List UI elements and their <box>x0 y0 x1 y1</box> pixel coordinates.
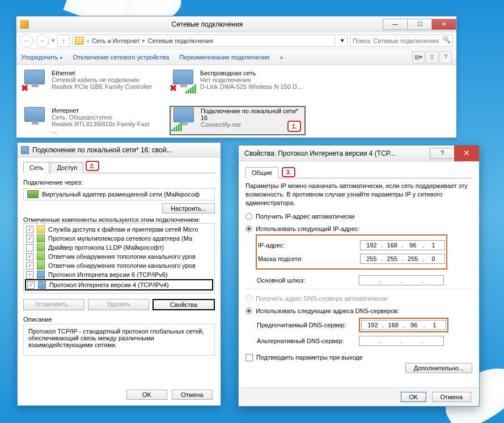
breadcrumb-item[interactable]: Сеть и Интернет <box>92 37 140 44</box>
description-text: Протокол TCP/IP - стандартный протокол г… <box>23 324 215 356</box>
connection-item-internet[interactable]: Интернет Сеть, Общедоступно Realtek RTL8… <box>21 106 157 135</box>
checkbox-icon <box>245 354 253 361</box>
tab-general[interactable]: Общие <box>245 167 278 178</box>
component-label: Служба доступа к файлам и принтерам сете… <box>48 226 198 233</box>
gateway-input[interactable]: . . . <box>359 275 444 285</box>
properties-button[interactable]: Свойства <box>153 299 215 310</box>
more-button[interactable]: » <box>280 54 283 61</box>
up-button[interactable]: ↑ <box>57 35 70 47</box>
tab-access[interactable]: Доступ <box>50 162 83 173</box>
dns1-input[interactable]: 192. 168. 96. 1 <box>361 320 446 330</box>
checkbox-icon[interactable]: ✓ <box>26 262 33 270</box>
close-button[interactable]: ✕ <box>431 19 456 30</box>
radio-icon <box>245 295 252 302</box>
ipv4-properties-window: Свойства: Протокол Интернета версии 4 (T… <box>238 145 480 407</box>
connection-status: Нет подключения <box>200 76 302 83</box>
components-label: Отмеченные компоненты используются этим … <box>23 216 215 223</box>
window-icon <box>21 146 29 154</box>
radio-ip-auto[interactable]: Получить IP-адрес автоматически <box>245 213 472 220</box>
tab-strip: Общие 3. <box>245 167 472 178</box>
component-item[interactable]: ✓Служба доступа к файлам и принтерам сет… <box>25 225 213 234</box>
component-icon <box>37 253 45 260</box>
rename-connection-button[interactable]: Переименование подключения <box>179 54 269 61</box>
radio-ip-manual[interactable]: Использовать следующий IP-адрес: <box>245 225 472 232</box>
component-item[interactable]: Драйвер протокола LLDP (Майкрософт) <box>25 243 213 252</box>
ip-address-label: IP-адрес: <box>258 242 360 249</box>
component-item[interactable]: ✓Протокол Интернета версии 6 (TCP/IPv6) <box>25 270 213 279</box>
ok-button[interactable]: OK <box>401 392 427 402</box>
connection-name: Интернет <box>52 107 156 114</box>
connection-name: Беспроводная сеть <box>200 70 302 76</box>
connection-device: Realtek RTL8139/810x Family Fast ... <box>52 121 156 134</box>
component-label: Ответчик обнаружения топологии канальног… <box>48 262 196 269</box>
window-title: Свойства: Протокол Интернета версии 4 (T… <box>244 149 430 157</box>
help-button[interactable]: ? <box>430 148 455 159</box>
window-title: Сетевые подключения <box>31 20 383 28</box>
ip-address-input[interactable]: 192. 168. 96. 1 <box>360 240 445 250</box>
component-icon <box>37 234 45 242</box>
component-label: Ответчик обнаружения топологии канальног… <box>48 253 196 260</box>
view-button[interactable]: ▤▾ <box>412 51 425 63</box>
connection-device: D-Link DWA-525 Wireless N 150 D... <box>200 83 302 90</box>
callout-3: 3. <box>282 167 295 177</box>
validate-checkbox-row[interactable]: Подтвердить параметры при выходе <box>245 354 472 361</box>
disable-device-button[interactable]: Отключение сетевого устройства <box>73 54 169 61</box>
cancel-button[interactable]: Отмена <box>172 390 213 400</box>
dns2-input[interactable]: . . . <box>359 336 444 346</box>
checkbox-icon[interactable]: ✓ <box>26 253 33 260</box>
component-label: Протокол мультиплексора сетевого адаптер… <box>48 235 192 242</box>
component-item[interactable]: ✓Ответчик обнаружения топологии канально… <box>25 252 213 261</box>
radio-icon <box>245 213 252 220</box>
network-connections-window: Сетевые подключения — ☐ ✕ ← → ▾ ↑ « Сеть… <box>16 16 457 138</box>
connection-name: Ethernet <box>52 70 152 76</box>
connection-item-wireless[interactable]: ✖ Беспроводная сеть Нет подключения D-Li… <box>170 69 306 93</box>
folder-icon <box>75 37 84 45</box>
component-item[interactable]: ✓Протокол Интернета версии 4 (TCP/IPv4) <box>25 279 213 290</box>
checkbox-icon[interactable]: ✓ <box>26 235 33 242</box>
component-label: Драйвер протокола LLDP (Майкрософт) <box>48 244 164 251</box>
checkbox-icon[interactable]: ✓ <box>26 226 33 233</box>
checkbox-icon[interactable] <box>26 244 33 251</box>
breadcrumb[interactable]: « Сеть и Интернет ▸ Сетевые подключения <box>72 35 335 47</box>
breadcrumb-item[interactable]: Сетевые подключения <box>148 37 213 44</box>
tab-network[interactable]: Сеть <box>23 162 49 173</box>
radio-dns-manual[interactable]: Использовать следующие адреса DNS-сервер… <box>245 307 472 314</box>
radio-dns-auto: Получить адрес DNS-сервера автоматически <box>245 295 472 302</box>
component-item[interactable]: ✓Протокол мультиплексора сетевого адапте… <box>25 234 213 243</box>
dns1-label: Предпочитаемый DNS-сервер: <box>257 322 359 328</box>
ok-button[interactable]: OK <box>126 390 167 400</box>
adapter-field: Виртуальный адаптер размещенной сети (Ма… <box>23 188 215 200</box>
help-button[interactable]: ? <box>439 51 452 63</box>
cancel-button[interactable]: Отмена <box>432 392 471 402</box>
install-button[interactable]: Установить... <box>23 299 84 310</box>
window-title: Подключение по локальной сети* 16: свой.… <box>32 146 217 154</box>
subnet-mask-input[interactable]: 255. 255. 255. 0 <box>360 254 445 264</box>
connection-item-local-16[interactable]: Подключение по локальной сети* 16 Connec… <box>170 106 306 135</box>
search-box: 🔍 <box>350 35 453 47</box>
checkbox-icon[interactable]: ✓ <box>27 281 35 289</box>
minimize-button[interactable]: — <box>383 19 408 30</box>
intro-text: Параметры IP можно назначать автоматичес… <box>245 182 472 207</box>
checkbox-icon[interactable]: ✓ <box>26 271 33 279</box>
organize-menu[interactable]: Упорядочить <box>21 54 62 61</box>
preview-pane-button[interactable]: ▯ <box>426 51 438 63</box>
advanced-button[interactable]: Дополнительно... <box>405 363 472 373</box>
tab-strip: Сеть Доступ 2. <box>23 162 215 173</box>
search-input[interactable] <box>350 35 453 47</box>
maximize-button[interactable]: ☐ <box>407 19 432 30</box>
close-button[interactable]: ✕ <box>454 146 479 161</box>
path-dropdown[interactable]: ▾ <box>337 35 348 47</box>
configure-button[interactable]: Настроить... <box>162 203 215 213</box>
component-item[interactable]: ✓Ответчик обнаружения топологии канально… <box>25 261 213 270</box>
component-icon <box>37 271 45 279</box>
component-label: Протокол Интернета версии 6 (TCP/IPv6) <box>48 271 168 278</box>
uninstall-button[interactable]: Удалить <box>88 299 149 310</box>
callout-1: 1. <box>287 121 301 132</box>
forward-button[interactable]: → <box>36 34 49 48</box>
back-button[interactable]: ← <box>20 34 33 48</box>
command-bar: Упорядочить Отключение сетевого устройст… <box>16 49 456 65</box>
components-list[interactable]: ✓Служба доступа к файлам и принтерам сет… <box>23 223 215 293</box>
connection-status: Сетевой кабель не подключен <box>52 76 152 83</box>
connection-item-ethernet[interactable]: ✖ Ethernet Сетевой кабель не подключен R… <box>21 69 157 93</box>
description-title: Описание <box>23 316 215 323</box>
